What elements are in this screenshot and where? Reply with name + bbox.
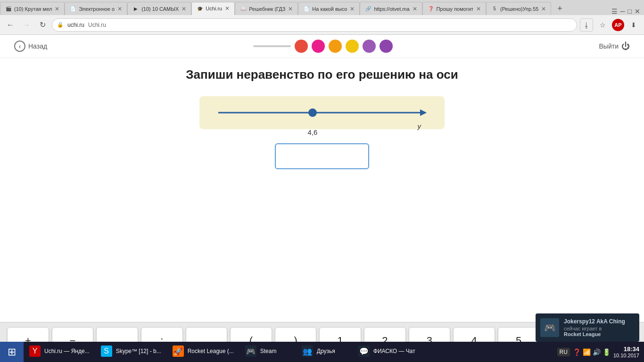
task-body: Запиши неравенство по его решению на оси… xyxy=(172,58,472,322)
volume-icon: 🔊 xyxy=(593,348,601,356)
tab-label: (10) Крутая мел xyxy=(14,6,52,12)
window-menu-icon[interactable]: ☰ xyxy=(611,8,618,15)
address-full: Uchi.ru xyxy=(88,22,106,28)
tab-favicon: 📖 xyxy=(240,6,247,12)
new-tab-button[interactable]: + xyxy=(553,2,566,15)
taskbar-item-4[interactable]: 👥 Друзья xyxy=(296,342,353,362)
tab-close-icon[interactable]: ✕ xyxy=(288,6,293,12)
more-button[interactable]: ⬇ xyxy=(627,18,640,32)
browser-tab-tab9[interactable]: 5 (Решено)Упр.55 ✕ xyxy=(486,2,551,15)
tab-favicon: 🎬 xyxy=(5,6,12,12)
browser-tab-tab2[interactable]: 📄 Электронное о ✕ xyxy=(65,2,127,15)
tab-close-icon[interactable]: ✕ xyxy=(413,6,417,12)
dots-container xyxy=(253,40,393,53)
taskbar-item-5[interactable]: 💬 ФИАСКО — Чат xyxy=(353,342,421,362)
address-bar[interactable]: 🔒 uchi.ru Uchi.ru xyxy=(52,18,577,32)
tab-favicon: ❓ xyxy=(428,6,434,12)
bookmark-button[interactable]: ☆ xyxy=(596,18,609,32)
back-arrow-icon: ‹ xyxy=(14,41,25,52)
browser-tab-tab1[interactable]: 🎬 (10) Крутая мел ✕ xyxy=(0,2,65,15)
tab-favicon: 📄 xyxy=(303,6,310,12)
steam-action: сейчас играет в xyxy=(564,326,625,331)
taskbar-item-icon-0: Y xyxy=(29,346,41,357)
taskbar-item-icon-5: 💬 xyxy=(358,346,370,357)
tray-icons: RU ❓ 📶 🔊 🔋 xyxy=(557,348,611,356)
exit-button[interactable]: Выйти ⏻ xyxy=(599,41,630,51)
steam-username: Jokerspy12 AkA Ching xyxy=(564,318,625,325)
browser-tab-tab7[interactable]: 🔗 https://otvet.ma ✕ xyxy=(360,2,422,15)
taskbar-item-1[interactable]: S Skype™ [12] - b... xyxy=(95,342,167,362)
taskbar-item-label-0: Uchi.ru — Янде... xyxy=(44,348,90,354)
tab-label: Решебник (ГДЗ xyxy=(249,6,285,12)
answer-input-box[interactable] xyxy=(275,143,369,169)
exit-label: Выйти xyxy=(599,42,619,50)
browser-nav: ← → ↻ 🔒 uchi.ru Uchi.ru ⭳ ☆ АР ⬇ xyxy=(0,15,644,35)
lang-indicator[interactable]: RU xyxy=(557,348,570,356)
date-display: 10.10.2017 xyxy=(613,353,639,358)
axis-arrow xyxy=(420,109,427,116)
axis-line xyxy=(218,112,426,114)
back-nav-button[interactable]: ← xyxy=(4,18,17,32)
close-button[interactable]: ✕ xyxy=(635,8,640,15)
browser-tab-tab4[interactable]: 🎓 Uchi.ru ✕ xyxy=(191,2,235,15)
refresh-button[interactable]: ↻ xyxy=(36,18,49,32)
tab-close-icon[interactable]: ✕ xyxy=(350,6,355,12)
taskbar-item-label-4: Друзья xyxy=(317,348,335,354)
back-label: Назад xyxy=(28,42,47,50)
taskbar-right: RU ❓ 📶 🔊 🔋 18:34 10.10.2017 xyxy=(553,346,644,358)
tab-close-icon[interactable]: ✕ xyxy=(117,6,122,12)
browser-tab-tab6[interactable]: 📄 На какой высо ✕ xyxy=(298,2,360,15)
back-button[interactable]: ‹ Назад xyxy=(14,41,47,52)
tab-close-icon[interactable]: ✕ xyxy=(225,5,230,12)
browser-tab-tab3[interactable]: ▶ (10) 10 САМЫХ ✕ xyxy=(127,2,191,15)
taskbar: ⊞ Y Uchi.ru — Янде...S Skype™ [12] - b..… xyxy=(0,342,644,362)
browser-tab-tab5[interactable]: 📖 Решебник (ГДЗ ✕ xyxy=(235,2,298,15)
tab-label: (Решено)Упр.55 xyxy=(500,6,538,12)
taskbar-item-icon-1: S xyxy=(101,346,112,357)
tab-favicon: 🎓 xyxy=(197,5,203,12)
taskbar-item-2[interactable]: 🚀 Rocket League (... xyxy=(167,342,239,362)
tab-label: Электронное о xyxy=(79,6,115,12)
exit-icon: ⏻ xyxy=(621,41,630,51)
progress-dot-5 xyxy=(380,40,393,53)
minimize-button[interactable]: ─ xyxy=(620,8,625,15)
steam-notification[interactable]: 🎮 Jokerspy12 AkA Ching сейчас играет в R… xyxy=(536,313,639,342)
browser-tab-tab8[interactable]: ❓ Прошу помогит ✕ xyxy=(422,2,486,15)
forward-nav-button[interactable]: → xyxy=(20,18,33,32)
taskbar-time: 18:34 10.10.2017 xyxy=(613,346,639,358)
user-avatar[interactable]: АР xyxy=(612,19,624,31)
steam-notif-avatar: 🎮 xyxy=(540,318,559,337)
taskbar-item-label-2: Rocket League (... xyxy=(188,348,234,354)
tab-close-icon[interactable]: ✕ xyxy=(55,6,59,12)
progress-dot-1 xyxy=(312,40,325,53)
network-icon: 📶 xyxy=(583,348,591,356)
axis-point xyxy=(308,108,317,117)
taskbar-item-3[interactable]: 🎮 Steam xyxy=(239,342,296,362)
point-label: 4,6 xyxy=(308,128,318,136)
battery-icon: 🔋 xyxy=(603,348,611,356)
taskbar-items: Y Uchi.ru — Янде...S Skype™ [12] - b...🚀… xyxy=(24,342,553,362)
taskbar-item-icon-2: 🚀 xyxy=(173,346,184,357)
taskbar-item-label-5: ФИАСКО — Чат xyxy=(373,348,415,354)
tab-favicon: 5 xyxy=(491,6,498,12)
taskbar-item-label-1: Skype™ [12] - b... xyxy=(116,348,161,354)
browser-tabs: 🎬 (10) Крутая мел ✕📄 Электронное о ✕▶ (1… xyxy=(0,0,644,15)
start-button[interactable]: ⊞ xyxy=(0,342,24,362)
browser-chrome: 🎬 (10) Крутая мел ✕📄 Электронное о ✕▶ (1… xyxy=(0,0,644,35)
progress-dot-2 xyxy=(329,40,342,53)
taskbar-item-icon-4: 👥 xyxy=(302,346,313,357)
tab-close-icon[interactable]: ✕ xyxy=(182,6,186,12)
tab-close-icon[interactable]: ✕ xyxy=(541,6,546,12)
download-button[interactable]: ⭳ xyxy=(580,18,593,32)
taskbar-item-0[interactable]: Y Uchi.ru — Янде... xyxy=(24,342,95,362)
progress-dot-0 xyxy=(295,40,308,53)
maximize-button[interactable]: □ xyxy=(628,8,632,15)
start-icon: ⊞ xyxy=(8,346,16,358)
number-line: 4,6 y xyxy=(218,106,426,120)
tab-close-icon[interactable]: ✕ xyxy=(476,6,481,12)
tab-label: https://otvet.ma xyxy=(374,6,409,12)
tab-favicon: 🔗 xyxy=(365,6,372,12)
taskbar-item-label-3: Steam xyxy=(260,348,277,354)
nav-right: ⭳ ☆ АР ⬇ xyxy=(580,18,640,32)
number-line-container: 4,6 y xyxy=(199,96,445,129)
